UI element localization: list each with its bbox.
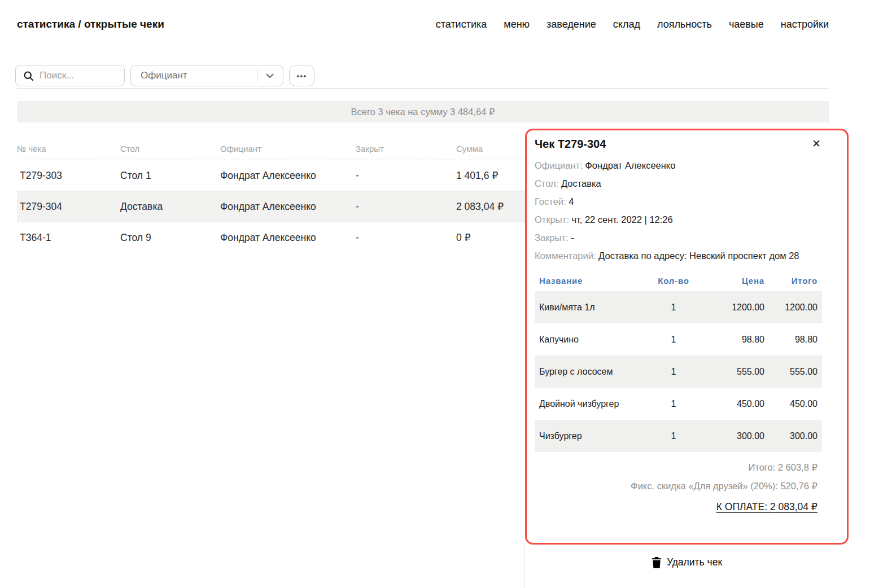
item-row: Бургер с лососем 1 555.00 555.00	[535, 356, 822, 388]
item-qty: 1	[648, 399, 699, 409]
detail-guests: Гостей: 4	[535, 195, 822, 208]
item-price: 450.00	[699, 399, 764, 409]
item-qty: 1	[648, 367, 699, 377]
col-item-qty: Кол-во	[648, 276, 699, 286]
detail-waiter: Официант: Фондрат Алексеенко	[535, 159, 822, 172]
item-row: Капучино 1 98.80 98.80	[535, 323, 822, 356]
delete-check-label: Удалить чек	[667, 556, 722, 568]
item-name: Капучино	[539, 335, 648, 345]
trash-icon	[652, 557, 662, 568]
dropdown-divider	[257, 69, 257, 82]
more-filters-button[interactable]: •••	[289, 65, 314, 86]
search-input[interactable]	[40, 70, 107, 81]
more-options-icon: •••	[296, 72, 307, 80]
item-name: Бургер с лососем	[539, 367, 648, 377]
items-table-header: Название Кол-во Цена Итого	[535, 270, 822, 291]
col-check-number: № чека	[17, 144, 120, 153]
check-closed: -	[356, 201, 456, 213]
col-table: Стол	[120, 144, 220, 153]
check-items-table: Название Кол-во Цена Итого Киви/мята 1л …	[535, 270, 822, 452]
item-name: Двойной чизбургер	[539, 399, 648, 409]
subtotal-line: Итого: 2 603,8 ₽	[535, 462, 818, 473]
check-number: T364-1	[17, 232, 120, 244]
detail-comment: Комментарий: Доставка по адресу: Невский…	[535, 249, 822, 262]
top-nav: статистика меню заведение склад лояльнос…	[436, 19, 829, 30]
detail-table: Стол: Доставка	[535, 177, 822, 190]
item-price: 300.00	[699, 431, 764, 441]
filter-bar: Официант •••	[15, 65, 314, 86]
close-icon[interactable]: ✕	[811, 138, 822, 150]
panel-header: Чек T279-304 ✕	[535, 138, 822, 151]
breadcrumb: статистика / открытые чеки	[17, 18, 164, 30]
item-row: Чизбургер 1 300.00 300.00	[535, 420, 822, 452]
item-price: 98.80	[699, 335, 764, 345]
nav-loyalty[interactable]: лояльность	[657, 19, 712, 30]
check-waiter: Фондрат Алексеенко	[220, 170, 356, 182]
discount-line: Фикс. скидка «Для друзей» (20%): 520,76 …	[535, 481, 818, 492]
waiter-filter-label: Официант	[141, 70, 257, 81]
check-closed: -	[356, 170, 456, 182]
check-closed: -	[356, 232, 456, 244]
check-title: Чек T279-304	[535, 138, 606, 151]
check-number: T279-303	[17, 170, 120, 182]
item-row: Киви/мята 1л 1 1200.00 1200.00	[535, 291, 822, 323]
filter-separator	[17, 88, 829, 89]
search-icon	[23, 70, 34, 82]
item-name: Чизбургер	[539, 431, 648, 441]
nav-settings[interactable]: настройки	[781, 19, 829, 30]
nav-stock[interactable]: склад	[613, 19, 640, 30]
col-item-price: Цена	[699, 276, 764, 286]
waiter-filter-dropdown[interactable]: Официант	[130, 65, 283, 86]
item-price: 1200.00	[699, 302, 764, 313]
check-number: T279-304	[17, 201, 120, 213]
col-item-name: Название	[539, 276, 648, 286]
item-total: 555.00	[764, 367, 818, 377]
check-table: Доставка	[120, 201, 220, 213]
nav-statistics[interactable]: статистика	[436, 19, 487, 30]
item-name: Киви/мята 1л	[539, 302, 648, 313]
open-checks-page: статистика / открытые чеки статистика ме…	[0, 0, 883, 588]
item-qty: 1	[648, 335, 699, 345]
col-closed: Закрыт	[356, 144, 456, 153]
nav-menu[interactable]: меню	[504, 19, 530, 30]
chevron-down-icon	[264, 69, 276, 82]
search-box[interactable]	[15, 65, 125, 86]
item-price: 555.00	[699, 367, 764, 377]
item-qty: 1	[648, 302, 699, 313]
nav-tips[interactable]: чаевые	[729, 19, 764, 30]
check-waiter: Фондрат Алексеенко	[220, 232, 356, 244]
amount-due-line: К ОПЛАТЕ: 2 083,04 ₽	[535, 501, 818, 513]
check-detail-panel: Чек T279-304 ✕ Официант: Фондрат Алексее…	[525, 129, 849, 545]
check-table: Стол 9	[120, 232, 220, 244]
detail-closed: Закрыт: -	[535, 231, 822, 244]
summary-bar: Всего 3 чека на сумму 3 484,64 ₽	[17, 101, 829, 122]
detail-opened: Открыт: чт, 22 сент. 2022 | 12:26	[535, 213, 822, 226]
nav-venue[interactable]: заведение	[547, 19, 596, 30]
item-total: 1200.00	[764, 302, 818, 313]
item-row: Двойной чизбургер 1 450.00 450.00	[535, 388, 822, 420]
col-waiter: Официант	[220, 144, 356, 153]
check-totals: Итого: 2 603,8 ₽ Фикс. скидка «Для друзе…	[535, 462, 822, 513]
item-total: 450.00	[764, 399, 818, 409]
item-total: 98.80	[764, 335, 818, 345]
summary-text: Всего 3 чека на сумму 3 484,64 ₽	[351, 107, 495, 117]
check-waiter: Фондрат Алексеенко	[220, 201, 356, 213]
item-qty: 1	[648, 431, 699, 441]
check-table: Стол 1	[120, 170, 220, 182]
delete-check-button[interactable]: Удалить чек	[525, 556, 849, 568]
col-item-total: Итого	[764, 276, 818, 286]
item-total: 300.00	[764, 431, 818, 441]
